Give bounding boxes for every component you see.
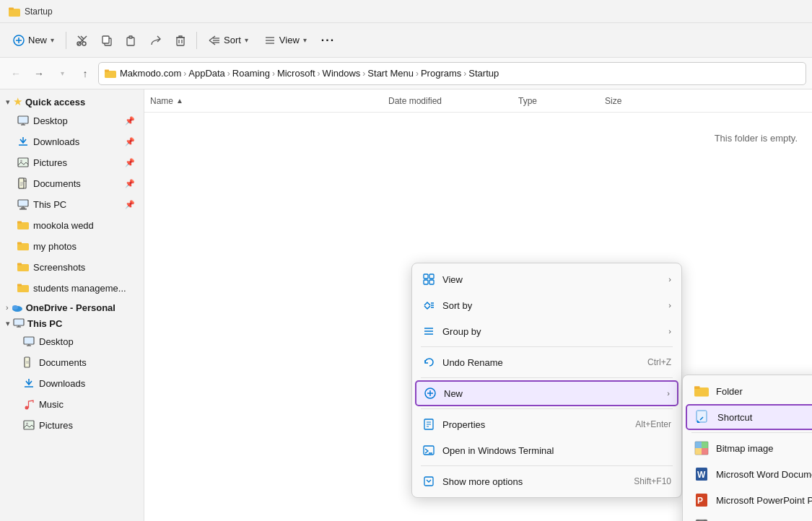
cut-button[interactable] — [71, 27, 94, 53]
sidebar-item-documents[interactable]: Documents 📌 — [3, 173, 141, 193]
path-seg-5[interactable]: Start Menu — [367, 68, 414, 79]
thispc2-header[interactable]: ▾ This PC — [0, 315, 144, 330]
sidebar-students-label: students manageme... — [33, 283, 135, 294]
svg-point-52 — [12, 305, 18, 310]
empty-folder-message: This folder is empty. — [715, 133, 798, 144]
sub-item-word[interactable]: W Microsoft Word Document — [686, 461, 812, 487]
sidebar-item-downloads2[interactable]: Downloads — [3, 373, 141, 393]
svg-rect-53 — [14, 319, 24, 325]
desktop-pin-icon: 📌 — [125, 116, 135, 126]
onedrive-chevron: › — [6, 303, 9, 312]
sub-item-powerpoint[interactable]: P Microsoft PowerPoint Presentation — [686, 487, 812, 513]
svg-rect-48 — [17, 263, 22, 266]
address-path[interactable]: Makmodo.com › AppData › Roaming › Micros… — [98, 62, 806, 85]
onedrive-header[interactable]: › OneDrive - Personal — [0, 299, 144, 315]
sub-folder-label: Folder — [716, 386, 743, 397]
toolbar-sep-1 — [66, 32, 66, 49]
copy-button[interactable] — [95, 27, 118, 53]
up-button[interactable]: ↑ — [75, 64, 95, 84]
ctx-sep-1 — [421, 346, 673, 347]
powerpoint-sub-icon: P — [694, 493, 709, 507]
sub-item-bitmap[interactable]: Bitmap image — [686, 435, 812, 461]
sidebar-item-documents2[interactable]: Documents — [3, 352, 141, 372]
ctx-item-moreoptions[interactable]: Show more options Shift+F10 — [415, 468, 678, 494]
share-button[interactable] — [144, 27, 167, 53]
ctx-item-groupby[interactable]: Group by › — [415, 318, 678, 344]
sidebar-item-music[interactable]: Music — [3, 394, 141, 414]
title-bar: Startup — [0, 0, 812, 23]
onedrive-icon — [12, 302, 23, 313]
path-seg-6[interactable]: Programs — [421, 68, 461, 79]
paste-button[interactable] — [120, 27, 143, 53]
sidebar-item-desktop[interactable]: Desktop 📌 — [3, 110, 141, 131]
sub-bitmap-label: Bitmap image — [716, 443, 773, 454]
path-seg-2[interactable]: Roaming — [232, 68, 270, 79]
path-seg-7[interactable]: Startup — [468, 68, 499, 79]
sidebar-documents-label: Documents — [33, 178, 121, 189]
back-button[interactable]: ← — [6, 64, 26, 84]
col-date-header[interactable]: Date modified — [383, 96, 512, 106]
ctx-properties-shortcut: Alt+Enter — [635, 419, 671, 429]
svg-rect-92 — [695, 442, 702, 448]
sidebar-item-desktop2[interactable]: Desktop — [3, 331, 141, 351]
path-seg-3[interactable]: Microsoft — [277, 68, 315, 79]
address-bar: ← → ▾ ↑ Makmodo.com › AppData › Roaming … — [0, 58, 812, 89]
thispc-icon — [17, 198, 29, 210]
svg-point-64 — [25, 406, 29, 410]
ctx-sep-3 — [421, 408, 673, 409]
new-button-label: New — [28, 35, 47, 45]
delete-button[interactable] — [169, 27, 192, 53]
sub-item-folder[interactable]: Folder — [686, 378, 812, 404]
plus-icon — [13, 35, 25, 46]
view-button[interactable]: View ▾ — [257, 27, 314, 53]
path-seg-1[interactable]: AppData — [188, 68, 225, 79]
sidebar-item-pictures[interactable]: Pictures 📌 — [3, 152, 141, 172]
thispc-pin-icon: 📌 — [125, 200, 135, 209]
sub-shortcut-label: Shortcut — [717, 412, 752, 423]
ctx-properties-label: Properties — [442, 419, 628, 430]
ctx-terminal-label: Open in Windows Terminal — [442, 445, 671, 456]
sidebar-item-mookola[interactable]: mookola wedd — [3, 215, 141, 235]
forward-button[interactable]: → — [29, 64, 49, 84]
sub-item-winrar[interactable]: WinRAR archive — [686, 513, 812, 521]
sidebar-item-screenshots[interactable]: Screenshots — [3, 257, 141, 277]
sidebar: ▾ ★ Quick access Desktop 📌 Downloads 📌 — [0, 89, 144, 521]
sidebar-item-pictures2[interactable]: Pictures — [3, 415, 141, 435]
col-type-header[interactable]: Type — [512, 96, 599, 106]
sidebar-item-thispc[interactable]: This PC 📌 — [3, 194, 141, 214]
col-size-header[interactable]: Size — [599, 96, 671, 106]
documents-icon — [17, 178, 29, 189]
path-seg-0[interactable]: Makmodo.com — [120, 68, 181, 79]
col-name-header[interactable]: Name ▲ — [144, 96, 383, 106]
sub-word-label: Microsoft Word Document — [716, 469, 812, 480]
view-ctx-icon — [422, 273, 435, 286]
ctx-item-sortby[interactable]: Sort by › — [415, 292, 678, 318]
view-icon — [264, 35, 276, 46]
quick-access-header[interactable]: ▾ ★ Quick access — [0, 92, 144, 110]
sidebar-item-myphotos[interactable]: my photos — [3, 236, 141, 256]
pictures2-icon — [23, 419, 35, 431]
ctx-item-view[interactable]: View › — [415, 266, 678, 292]
svg-rect-93 — [702, 448, 708, 455]
new-button[interactable]: New ▾ — [6, 27, 61, 53]
ctx-item-properties[interactable]: Properties Alt+Enter — [415, 411, 678, 437]
ctx-item-new[interactable]: New › — [415, 380, 678, 406]
sidebar-item-students[interactable]: students manageme... — [3, 278, 141, 298]
ctx-item-terminal[interactable]: Open in Windows Terminal — [415, 437, 678, 463]
pictures-icon — [17, 157, 29, 168]
sort-button[interactable]: Sort ▾ — [201, 27, 256, 53]
folder-students-icon — [17, 282, 29, 294]
svg-text:P: P — [697, 496, 703, 506]
sidebar-item-downloads[interactable]: Downloads 📌 — [3, 131, 141, 152]
recent-button[interactable]: ▾ — [52, 64, 72, 84]
sub-item-shortcut[interactable]: Shortcut — [686, 404, 812, 430]
sort-icon — [209, 35, 220, 46]
sidebar-downloads-label: Downloads — [33, 136, 121, 147]
groupby-ctx-icon — [422, 325, 435, 338]
more-button[interactable]: ··· — [315, 27, 341, 53]
bitmap-sub-icon — [694, 441, 709, 455]
svg-rect-26 — [105, 69, 109, 71]
ctx-item-undo[interactable]: Undo Rename Ctrl+Z — [415, 349, 678, 375]
music-icon — [23, 398, 35, 410]
path-seg-4[interactable]: Windows — [323, 68, 361, 79]
